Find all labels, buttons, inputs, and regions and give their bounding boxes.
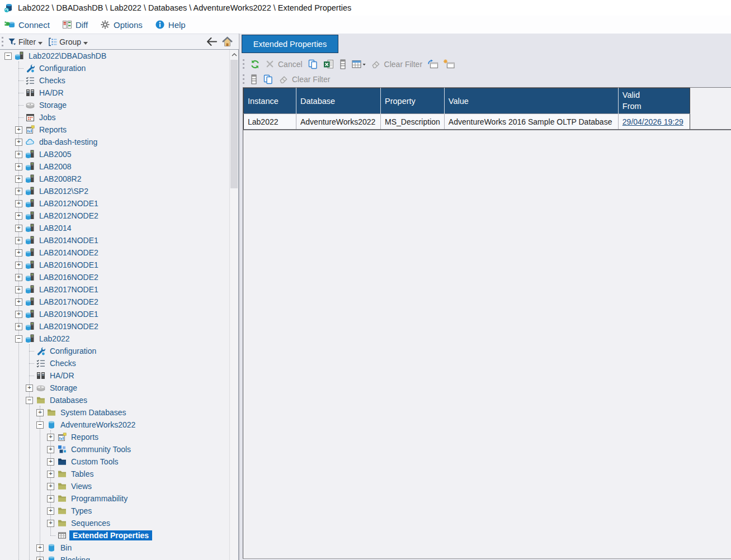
tree-item-storage[interactable]: +Storage xyxy=(0,382,229,394)
expand-plus-icon[interactable]: + xyxy=(15,188,22,195)
back-button[interactable] xyxy=(206,36,218,49)
expand-plus-icon[interactable]: + xyxy=(36,409,44,416)
tree-item-sequences[interactable]: +Sequences xyxy=(0,517,229,529)
tab-extended-properties[interactable]: Extended Properties xyxy=(242,35,338,53)
tree-item-lab2012node1[interactable]: +LAB2012NODE1 xyxy=(0,197,229,210)
collapse-minus-icon[interactable]: − xyxy=(4,53,12,60)
tree-item-checks[interactable]: Checks xyxy=(0,357,229,369)
expand-plus-icon[interactable]: + xyxy=(47,507,54,515)
expand-plus-icon[interactable]: + xyxy=(15,225,22,232)
eraser-icon-disabled[interactable] xyxy=(371,59,381,69)
home-button[interactable] xyxy=(221,36,233,49)
tree-item-types[interactable]: +Types xyxy=(0,505,229,517)
expand-plus-icon[interactable]: + xyxy=(47,471,54,478)
expand-plus-icon[interactable]: + xyxy=(47,434,54,441)
tree-item-databases[interactable]: −Databases xyxy=(0,394,229,406)
window-new-icon[interactable] xyxy=(444,59,455,69)
tree-item-lab2022-dbadashdb[interactable]: −Lab2022\DBADashDB xyxy=(0,50,229,62)
group-icon[interactable] xyxy=(48,37,57,46)
collapse-minus-icon[interactable]: − xyxy=(36,421,44,429)
tree-item-lab2022[interactable]: −Lab2022 xyxy=(0,333,229,345)
expand-plus-icon[interactable]: + xyxy=(47,495,54,502)
tree-item-lab2017node1[interactable]: +LAB2017NODE1 xyxy=(0,283,229,296)
tree-item-extended-properties[interactable]: Extended Properties xyxy=(0,529,229,542)
excel-export-icon[interactable] xyxy=(323,59,334,69)
filter-caret-icon[interactable] xyxy=(38,37,43,47)
expand-plus-icon[interactable]: + xyxy=(15,212,22,220)
tree-item-lab2005[interactable]: +LAB2005 xyxy=(0,148,229,160)
expand-plus-icon[interactable]: + xyxy=(15,126,22,134)
tree-item-community-tools[interactable]: +Community Tools xyxy=(0,443,229,455)
menu-item-help[interactable]: Help xyxy=(155,20,186,30)
tree-item-jobs[interactable]: Jobs xyxy=(0,111,229,124)
tree-item-lab2012-sp2[interactable]: +LAB2012\SP2 xyxy=(0,185,229,197)
tree-item-reports[interactable]: +Reports xyxy=(0,124,229,136)
toolbar-label-clear-filter[interactable]: Clear Filter xyxy=(384,60,422,69)
eraser-icon-disabled[interactable] xyxy=(279,74,289,84)
expand-plus-icon[interactable]: + xyxy=(47,446,54,453)
filter-button[interactable]: Filter xyxy=(18,37,36,46)
cancel-x-icon-disabled[interactable] xyxy=(265,59,275,69)
copy-icon[interactable] xyxy=(263,74,273,84)
expand-plus-icon[interactable]: + xyxy=(15,298,22,306)
menu-item-options[interactable]: Options xyxy=(100,20,143,30)
tree-item-lab2008r2[interactable]: +LAB2008R2 xyxy=(0,173,229,185)
tree-item-programmability[interactable]: +Programmability xyxy=(0,492,229,505)
tree-item-views[interactable]: +Views xyxy=(0,480,229,492)
valid-from-link[interactable]: 29/04/2026 19:29 xyxy=(622,117,683,126)
tree-item-checks[interactable]: Checks xyxy=(0,74,229,87)
scroll-up-icon[interactable] xyxy=(231,51,237,58)
tree-item-ha-dr[interactable]: HA/DR xyxy=(0,87,229,99)
tree-item-lab2014node2[interactable]: +LAB2014NODE2 xyxy=(0,246,229,259)
tree-item-reports[interactable]: +Reports xyxy=(0,431,229,443)
expand-plus-icon[interactable]: + xyxy=(15,200,22,207)
window-restore-icon[interactable] xyxy=(427,59,438,69)
collapse-minus-icon[interactable]: − xyxy=(15,335,22,343)
copy-icon[interactable] xyxy=(308,59,318,69)
toolbar-label-cancel[interactable]: Cancel xyxy=(278,60,303,69)
columns-icon[interactable] xyxy=(250,74,258,84)
tree-item-bin[interactable]: +Bin xyxy=(0,542,229,554)
expand-plus-icon[interactable]: + xyxy=(15,274,22,281)
column-header-value[interactable]: Value xyxy=(444,88,618,114)
expand-plus-icon[interactable]: + xyxy=(15,163,22,170)
expand-plus-icon[interactable]: + xyxy=(47,483,54,490)
tree-item-lab2016node1[interactable]: +LAB2016NODE1 xyxy=(0,259,229,271)
expand-plus-icon[interactable]: + xyxy=(15,262,22,269)
tree-item-adventureworks2022[interactable]: −AdventureWorks2022 xyxy=(0,419,229,431)
collapse-minus-icon[interactable]: − xyxy=(26,397,33,404)
tree-item-lab2019node1[interactable]: +LAB2019NODE1 xyxy=(0,308,229,320)
expand-plus-icon[interactable]: + xyxy=(15,311,22,318)
expand-plus-icon[interactable]: + xyxy=(15,323,22,330)
grid-dropdown-icon[interactable] xyxy=(352,59,366,69)
tree-item-lab2016node2[interactable]: +LAB2016NODE2 xyxy=(0,271,229,283)
scrollbar-thumb[interactable] xyxy=(230,60,238,188)
tree-item-tables[interactable]: +Tables xyxy=(0,468,229,480)
expand-plus-icon[interactable]: + xyxy=(15,139,22,146)
tree-item-ha-dr[interactable]: HA/DR xyxy=(0,369,229,382)
column-header-instance[interactable]: Instance xyxy=(244,88,296,114)
expand-plus-icon[interactable]: + xyxy=(26,385,33,392)
menu-item-connect[interactable]: Connect xyxy=(4,20,50,30)
toolbar-label-clear-filter[interactable]: Clear Filter xyxy=(292,75,330,84)
tree-item-dba-dash-testing[interactable]: +dba-dash-testing xyxy=(0,136,229,148)
tree-item-lab2019node2[interactable]: +LAB2019NODE2 xyxy=(0,320,229,333)
tree-item-configuration[interactable]: Configuration xyxy=(0,345,229,357)
tree-item-system-databases[interactable]: +System Databases xyxy=(0,406,229,419)
expand-plus-icon[interactable]: + xyxy=(15,151,22,158)
tree-item-lab2014node1[interactable]: +LAB2014NODE1 xyxy=(0,234,229,246)
tree-item-configuration[interactable]: Configuration xyxy=(0,62,229,74)
tree-item-custom-tools[interactable]: +Custom Tools xyxy=(0,455,229,468)
column-header-valid-from[interactable]: Valid From xyxy=(618,88,690,114)
tree-scrollbar[interactable] xyxy=(229,50,238,560)
expand-plus-icon[interactable]: + xyxy=(15,286,22,293)
expand-plus-icon[interactable]: + xyxy=(15,175,22,183)
menu-item-diff[interactable]: Diff xyxy=(62,20,88,30)
columns-icon[interactable] xyxy=(339,59,347,69)
table-row[interactable]: Lab2022AdventureWorks2022MS_DescriptionA… xyxy=(244,114,690,130)
filter-icon[interactable] xyxy=(8,37,16,46)
tree-item-lab2012node2[interactable]: +LAB2012NODE2 xyxy=(0,210,229,222)
expand-plus-icon[interactable]: + xyxy=(15,249,22,257)
column-header-property[interactable]: Property xyxy=(381,88,445,114)
refresh-icon[interactable] xyxy=(250,59,260,69)
